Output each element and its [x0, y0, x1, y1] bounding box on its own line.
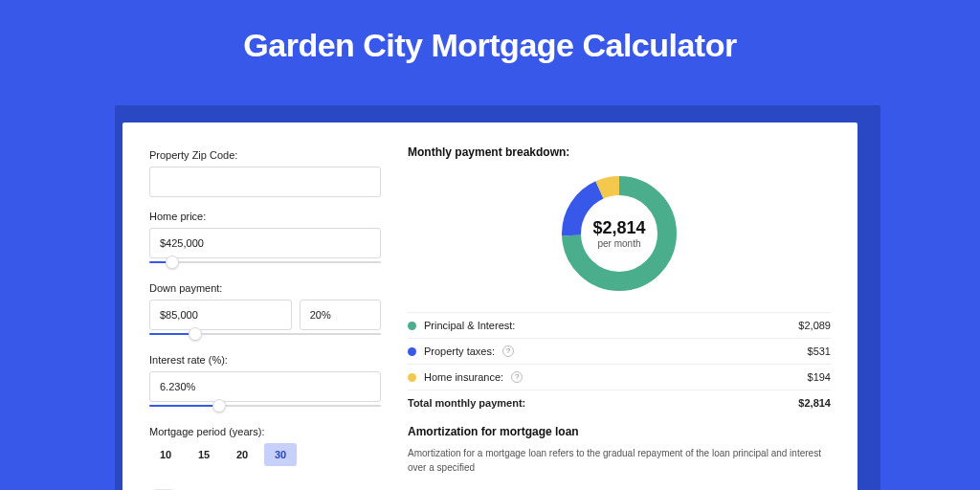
- legend-label: Home insurance:: [424, 371, 503, 383]
- zip-field: Property Zip Code:: [149, 145, 381, 197]
- legend-row-taxes: Property taxes: ? $531: [408, 338, 831, 364]
- legend-row-principal: Principal & Interest: $2,089: [408, 312, 831, 338]
- slider-thumb[interactable]: [166, 256, 179, 269]
- donut-amount: $2,814: [592, 218, 645, 238]
- slider-thumb[interactable]: [212, 399, 226, 412]
- amortization-text: Amortization for a mortgage loan refers …: [408, 446, 831, 475]
- dot-icon: [408, 347, 416, 356]
- dot-icon: [408, 322, 416, 330]
- legend-label: Principal & Interest:: [424, 320, 515, 331]
- home-price-slider[interactable]: [149, 257, 381, 269]
- period-option-10[interactable]: 10: [149, 443, 182, 466]
- donut-center: $2,814 per month: [558, 172, 680, 295]
- donut-sub: per month: [597, 238, 640, 249]
- legend-label: Property taxes:: [424, 345, 495, 357]
- interest-rate-field: Interest rate (%):: [149, 350, 381, 412]
- donut-chart: $2,814 per month: [408, 172, 831, 295]
- period-option-20[interactable]: 20: [226, 443, 258, 466]
- total-label: Total monthly payment:: [408, 397, 525, 409]
- legend-value: $194: [808, 371, 831, 383]
- interest-rate-slider[interactable]: [149, 401, 381, 412]
- down-payment-input[interactable]: [149, 300, 292, 330]
- interest-rate-input[interactable]: [149, 371, 381, 402]
- home-price-input[interactable]: [149, 228, 381, 258]
- down-payment-label: Down payment:: [149, 282, 381, 294]
- calculator-card: Property Zip Code: Home price: Down paym…: [122, 122, 858, 490]
- help-icon[interactable]: ?: [511, 371, 523, 383]
- dot-icon: [408, 373, 416, 382]
- period-options: 10 15 20 30: [149, 443, 381, 466]
- breakdown-title: Monthly payment breakdown:: [408, 145, 831, 159]
- slider-thumb[interactable]: [189, 327, 202, 341]
- form-column: Property Zip Code: Home price: Down paym…: [149, 145, 381, 482]
- down-payment-pct-input[interactable]: [300, 300, 381, 330]
- down-payment-field: Down payment:: [149, 278, 381, 341]
- legend-value: $2,089: [798, 320, 831, 331]
- home-price-field: Home price:: [149, 207, 381, 269]
- total-value: $2,814: [798, 397, 831, 409]
- mortgage-period-field: Mortgage period (years): 10 15 20 30: [149, 422, 381, 466]
- help-icon[interactable]: ?: [502, 345, 514, 357]
- period-option-15[interactable]: 15: [188, 443, 220, 466]
- home-price-label: Home price:: [149, 211, 381, 222]
- page-title: Garden City Mortgage Calculator: [0, 0, 980, 81]
- breakdown-column: Monthly payment breakdown: $2,814 per mo…: [408, 145, 831, 482]
- period-option-30[interactable]: 30: [264, 443, 297, 466]
- legend-row-insurance: Home insurance: ? $194: [408, 364, 831, 390]
- zip-label: Property Zip Code:: [149, 149, 381, 161]
- down-payment-slider[interactable]: [149, 329, 381, 341]
- amortization-title: Amortization for mortgage loan: [408, 425, 831, 438]
- mortgage-period-label: Mortgage period (years):: [149, 426, 381, 437]
- legend-row-total: Total monthly payment: $2,814: [408, 390, 831, 415]
- legend-value: $531: [808, 345, 831, 357]
- zip-input[interactable]: [149, 167, 381, 197]
- interest-rate-label: Interest rate (%):: [149, 354, 381, 366]
